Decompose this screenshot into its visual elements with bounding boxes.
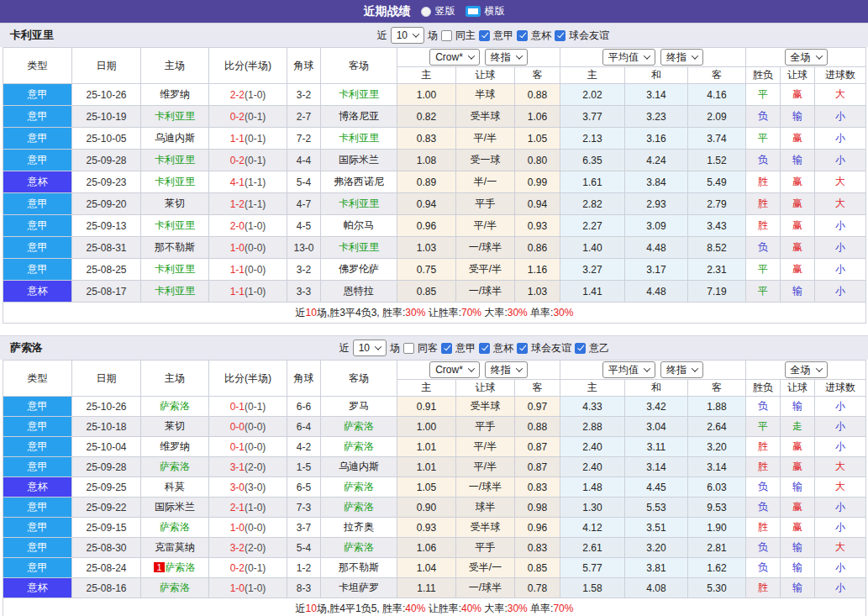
- away-team-name[interactable]: 卡利亚里: [339, 88, 379, 100]
- away-team-name[interactable]: 萨索洛: [344, 420, 374, 432]
- vertical-layout-label[interactable]: 竖版: [435, 4, 455, 18]
- away-team-name[interactable]: 萨索洛: [344, 501, 374, 513]
- away-team-name[interactable]: 国际米兰: [339, 154, 379, 166]
- match-date: 25-09-28: [72, 150, 141, 171]
- away-team-name[interactable]: 佛罗伦萨: [339, 263, 379, 275]
- home-team-name[interactable]: 卡利亚里: [155, 219, 195, 231]
- away-team-name[interactable]: 萨索洛: [344, 481, 374, 492]
- away-team-name[interactable]: 弗洛西诺尼: [334, 176, 384, 187]
- home-team-name[interactable]: 萨索洛: [160, 400, 190, 412]
- home-team-name[interactable]: 卡利亚里: [155, 176, 195, 187]
- home-team-name[interactable]: 科莫: [165, 481, 185, 492]
- home-team-name[interactable]: 莱切: [165, 197, 185, 209]
- odds-source-select[interactable]: Crow*: [429, 361, 480, 378]
- away-team-name[interactable]: 卡坦萨罗: [339, 582, 379, 593]
- away-team-name[interactable]: 那不勒斯: [339, 561, 379, 573]
- same-side-checkbox[interactable]: [441, 30, 452, 41]
- scope-select[interactable]: 全场: [785, 49, 828, 66]
- home-team-name[interactable]: 萨索洛: [166, 561, 196, 573]
- away-team-cell: 卡坦萨罗: [321, 578, 397, 598]
- home-team-name[interactable]: 卡利亚里: [155, 154, 195, 166]
- result-outcome: 胜: [746, 457, 781, 477]
- home-team-name[interactable]: 国际米兰: [155, 501, 195, 513]
- avg-home: 1.41: [560, 281, 625, 303]
- result-handicap: 走: [781, 417, 815, 437]
- league-filter-checkbox[interactable]: [479, 30, 490, 41]
- league-filter-checkbox[interactable]: [441, 343, 452, 354]
- home-team-name[interactable]: 萨索洛: [160, 521, 190, 533]
- odds-home: 0.75: [397, 259, 456, 281]
- league-filter-checkbox[interactable]: [517, 30, 528, 41]
- away-team-name[interactable]: 卡利亚里: [339, 132, 379, 144]
- home-team-name[interactable]: 萨索洛: [160, 461, 190, 472]
- league-filter-checkbox[interactable]: [479, 343, 490, 354]
- score-cell: 3-2(2-0): [209, 538, 287, 558]
- away-team-name[interactable]: 博洛尼亚: [339, 110, 379, 122]
- fulltime-score: 3-1: [230, 461, 245, 473]
- league-type-cell: 意甲: [3, 538, 72, 558]
- odds-source-select[interactable]: Crow*: [429, 49, 480, 66]
- result-outcome: 负: [746, 558, 781, 578]
- league-filter-label: 意乙: [589, 341, 609, 355]
- horizontal-layout-label[interactable]: 横版: [485, 4, 505, 18]
- home-team-name[interactable]: 卡利亚里: [155, 110, 195, 122]
- avg-away: 3.20: [688, 437, 746, 457]
- corner-score: 3-2: [287, 84, 321, 106]
- home-team-name[interactable]: 那不勒斯: [155, 241, 195, 253]
- summary-cell: 近10场,胜4平1负5, 胜率:40% 让胜率:40% 大率:30% 单率:70…: [3, 598, 866, 616]
- odds-home: 0.82: [397, 106, 456, 128]
- away-team-name[interactable]: 卡利亚里: [339, 241, 379, 253]
- odds-home: 1.08: [397, 150, 456, 171]
- layout-radio-vertical[interactable]: 竖版: [421, 4, 455, 18]
- home-team-name[interactable]: 维罗纳: [160, 440, 190, 452]
- chevron-down-icon: [815, 365, 822, 371]
- scope-select[interactable]: 全场: [785, 361, 828, 378]
- layout-radio-horizontal[interactable]: 横版: [466, 4, 505, 18]
- fulltime-score: 1-0: [230, 242, 245, 254]
- odds-time-select[interactable]: 终指: [485, 361, 528, 378]
- avg-source-select[interactable]: 平均值: [602, 361, 655, 378]
- avg-time-select[interactable]: 终指: [660, 49, 703, 66]
- home-team-name[interactable]: 卡利亚里: [155, 263, 195, 275]
- home-team-name[interactable]: 克雷莫纳: [155, 541, 195, 553]
- halftime-score: (0-0): [245, 242, 266, 254]
- near-label: 近: [339, 341, 350, 355]
- radio-selected-icon[interactable]: [466, 6, 481, 17]
- league-filter-checkbox[interactable]: [555, 30, 566, 41]
- away-team-name[interactable]: 罗马: [349, 400, 369, 412]
- result-outcome: 负: [746, 397, 781, 417]
- odds-time-select[interactable]: 终指: [485, 49, 528, 66]
- home-team-name[interactable]: 莱切: [165, 420, 185, 432]
- match-date: 25-08-17: [72, 281, 141, 303]
- avg-source-select[interactable]: 平均值: [602, 49, 655, 66]
- away-team-name[interactable]: 恩特拉: [344, 285, 374, 297]
- odds-away: 0.87: [515, 437, 560, 457]
- avg-time-select[interactable]: 终指: [660, 361, 703, 378]
- odds-handicap: 受平/半: [456, 259, 515, 281]
- result-outcome: 负: [746, 477, 781, 498]
- avg-draw: 3.14: [625, 84, 688, 106]
- away-team-name[interactable]: 拉齐奥: [344, 521, 374, 533]
- avg-away: 2.09: [688, 106, 746, 128]
- corner-score: 7-3: [287, 498, 321, 518]
- away-team-name[interactable]: 萨索洛: [344, 440, 374, 452]
- chevron-down-icon: [692, 52, 698, 59]
- home-team-name[interactable]: 乌迪内斯: [155, 132, 195, 144]
- away-team-name[interactable]: 乌迪内斯: [339, 461, 379, 472]
- home-team-name[interactable]: 维罗纳: [160, 88, 190, 100]
- league-filter-checkbox[interactable]: [517, 343, 528, 354]
- away-team-name[interactable]: 萨索洛: [344, 541, 374, 553]
- odds-away: 0.93: [515, 215, 560, 237]
- same-side-checkbox[interactable]: [403, 343, 414, 354]
- league-filter-checkbox[interactable]: [575, 343, 586, 354]
- avg-draw: 3.11: [625, 437, 688, 457]
- games-count-select[interactable]: 10: [391, 27, 424, 44]
- home-team-name[interactable]: 卡利亚里: [155, 285, 195, 297]
- away-team-cell: 萨索洛: [321, 498, 397, 518]
- away-team-name[interactable]: 卡利亚里: [339, 197, 379, 209]
- away-team-cell: 博洛尼亚: [321, 106, 397, 128]
- home-team-name[interactable]: 萨索洛: [160, 582, 190, 593]
- away-team-name[interactable]: 帕尔马: [344, 219, 374, 231]
- games-count-select[interactable]: 10: [353, 340, 387, 356]
- radio-unselected-icon[interactable]: [421, 7, 431, 17]
